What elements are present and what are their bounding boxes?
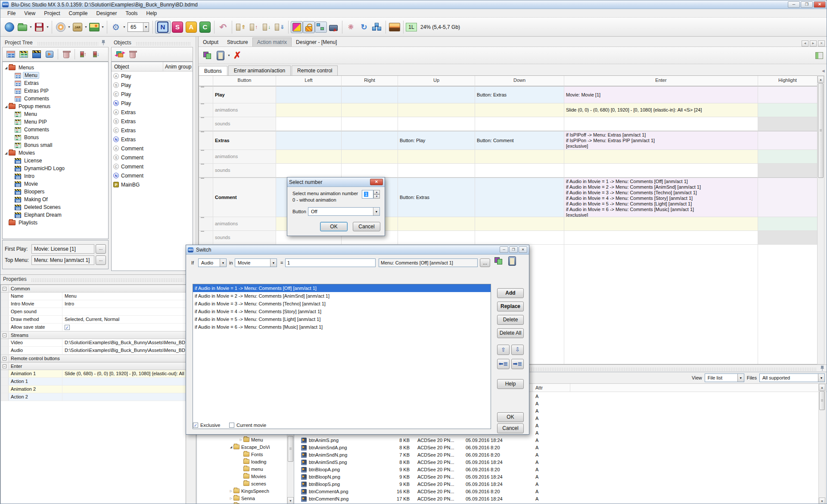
view-select[interactable]: File list▼ [705,373,744,382]
object-row[interactable]: PMainBG [112,180,193,189]
property-row[interactable]: Action 1 [1,378,186,386]
dialog-close-icon[interactable]: ✕ [519,246,527,253]
jar-dropdown[interactable]: ▼ [84,21,88,33]
tree-item-bloopers[interactable]: Bloopers [3,188,107,196]
object-row[interactable]: AComment [112,144,193,153]
object-row[interactable]: SPlay [112,81,193,90]
property-row[interactable]: Animation 1Slide (0, 680) - (0, 0) [0, 1… [1,370,186,378]
cell-sound[interactable] [475,164,564,177]
property-row[interactable]: NameMenu [1,292,186,300]
cell-anim[interactable] [475,103,564,117]
add-menu-icon[interactable] [4,48,17,60]
browse-action-button[interactable]: ... [480,258,490,267]
folder-node-loading[interactable]: loading [197,458,294,465]
column-object[interactable]: Object [112,62,163,71]
object-row[interactable]: SComment [112,153,193,162]
refresh-icon[interactable]: ↻ [358,21,370,33]
tree-item-popup-menu[interactable]: Menu [3,110,107,118]
cell-sound[interactable] [564,231,758,245]
column-attr[interactable]: Attr [535,385,543,390]
cell-anim[interactable] [398,103,475,117]
file-row[interactable]: btnBloopA.png9 KBACDSee 20 PN...06.09.20… [294,466,815,473]
test-fireworks-icon[interactable]: ❋ [345,21,357,33]
switch-case-item[interactable]: if Audio in Movie = 3 -> Menu: Comments … [193,300,491,308]
open-dropdown[interactable]: ▼ [29,21,33,33]
maximize-button[interactable]: ❐ [801,1,813,8]
compile-project-icon[interactable] [3,21,16,33]
cell-sound[interactable] [276,164,342,177]
cell-sound[interactable] [564,164,758,177]
add-popup-menu-icon[interactable] [17,48,30,60]
tree-folder-movies[interactable]: ◢Movies [3,149,107,157]
col-down[interactable]: Down [475,76,564,86]
tab-close-icon[interactable]: ✕ [818,40,825,47]
property-row[interactable]: VideoD:\Solution\Examples\Big_Buck_Bunny… [1,339,186,347]
files-filter-select[interactable]: All supported▼ [759,373,825,382]
cell-play-left[interactable] [276,86,342,103]
folder-node-senna[interactable]: ▷Senna [197,495,294,502]
cell-extras-enter[interactable]: if IsPIPoff -> Menu: Extras [anm/act 1] … [564,131,758,150]
tree-item-movie[interactable]: Movie [3,180,107,188]
clear-matrix-icon[interactable]: ✗ [231,50,243,62]
paste-switch-icon[interactable] [508,256,516,266]
jar-export-icon[interactable]: JAR [72,21,84,33]
indent-right-button[interactable]: ➡≣ [511,359,524,369]
tab-scroll-left-icon[interactable]: ◄ [802,40,808,47]
undo-icon[interactable]: ↶ [217,21,229,33]
file-row[interactable]: btnAnimSndS.png8 KBACDSee 20 PN...05.09.… [294,459,815,466]
subtab-remote-control[interactable]: Remote control [292,65,338,75]
move-case-up-button[interactable]: ⇧ [497,345,510,355]
allow-save-checkbox[interactable]: ✓ [65,325,70,330]
cell-anim[interactable] [398,150,475,164]
scroll-down-icon[interactable]: ▼ [287,497,294,504]
designer-mode-toggle[interactable] [291,21,303,33]
copy-matrix-icon[interactable] [202,50,214,62]
tree-item-dynamichd-logo[interactable]: DynamicHD Logo [3,165,107,172]
settings-dropdown[interactable]: ▼ [122,21,126,33]
switch-case-item[interactable]: if Audio in Movie = 1 -> Menu: Comments … [193,284,491,292]
cell-anim[interactable] [342,103,398,117]
file-row[interactable]: btnCommentA.png16 KBACDSee 20 PN...06.09… [294,488,815,495]
delete-object-icon[interactable] [126,48,139,60]
tree-item-comments[interactable]: Comments [3,95,107,103]
col-left[interactable]: Left [276,76,342,86]
settings-gear-icon[interactable]: ⚙ [110,21,122,33]
object-row[interactable]: AExtras [112,108,193,117]
switch-case-item[interactable]: if Audio in Movie = 2 -> Menu: Comments … [193,292,491,300]
save-project-icon[interactable] [33,21,45,33]
cell-sound-highlight[interactable] [758,117,818,131]
menu-tools[interactable]: Tools [121,9,142,17]
move-up-icon[interactable]: ↑ [248,21,260,33]
menu-file[interactable]: File [3,9,20,17]
cell-anim[interactable] [276,103,342,117]
cell-anim[interactable] [564,217,758,231]
cell-anim[interactable] [276,150,342,164]
cell-anim[interactable] [475,150,564,164]
tree-item-elephant-dream[interactable]: Elephant Dream [3,211,107,219]
tree-item-intro[interactable]: Intro [3,172,107,180]
tree-item-license[interactable]: License [3,157,107,165]
cell-extras-down[interactable]: Button: Comment [475,131,564,150]
remote-preview-icon[interactable] [327,21,339,33]
group-remote-control[interactable]: +Remote control buttons [1,355,186,362]
dropdown-icon[interactable]: ▼ [373,208,379,215]
3d-cubes-icon[interactable] [371,21,383,33]
object-row[interactable]: NPlay [112,99,193,108]
top-menu-browse-button[interactable]: ... [96,255,106,265]
scroll-up-icon[interactable]: ▲ [818,76,824,83]
switch-case-item[interactable]: if Audio in Movie = 4 -> Menu: Comments … [193,308,491,315]
property-row[interactable]: Open sound [1,308,186,316]
tree-item-making-of[interactable]: Making Of [3,196,107,203]
move-down-icon[interactable]: ↓ [261,21,273,33]
replace-button[interactable]: Replace [497,302,524,311]
exclusive-checkbox[interactable]: ✓Exclusive [193,423,220,428]
cell-comment-up[interactable]: Button: Extras [398,177,475,217]
add-movie-icon[interactable] [30,48,43,60]
folder-node-simple[interactable]: ▷Simple [197,502,294,504]
folder-node-escape-dovi[interactable]: ◢Escape_DoVi [197,443,294,451]
menu-view[interactable]: View [20,9,40,17]
col-right[interactable]: Right [342,76,398,86]
image-dropdown[interactable]: ▼ [101,21,105,33]
state-normal-button[interactable]: N [155,21,171,34]
animation-number-input[interactable]: 1 [362,190,373,199]
